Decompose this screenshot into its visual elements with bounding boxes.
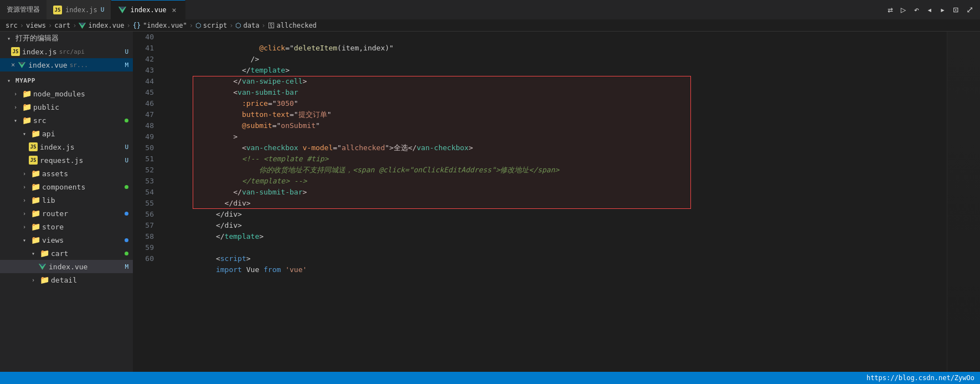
sep2: ›: [48, 22, 52, 29]
detail-label: detail: [51, 276, 77, 284]
assets-icon: 📁: [31, 169, 40, 178]
unpin-icon[interactable]: ▸: [938, 3, 948, 16]
api-index-js-label: index.js: [40, 143, 75, 151]
open-editors-chevron: [4, 34, 13, 43]
views-folder[interactable]: 📁 views: [0, 233, 133, 247]
pin-icon[interactable]: ◂: [925, 3, 935, 16]
close-button[interactable]: ×: [169, 6, 178, 14]
code-container[interactable]: 40 41 42 43 44 45 46 47 48 49 50 51 52 5…: [133, 32, 980, 372]
router-dot: [125, 212, 128, 216]
breadcrumb-allchecked[interactable]: allchecked: [277, 22, 317, 29]
root-folder[interactable]: MYAPP: [0, 74, 133, 87]
api-index-js[interactable]: JS index.js U: [0, 140, 133, 153]
router-chevron: [20, 209, 29, 218]
revert-icon[interactable]: ↶: [911, 3, 921, 16]
split-editor-icon[interactable]: ⇄: [885, 3, 895, 16]
cart-chevron: [29, 249, 38, 258]
src-label: src: [33, 116, 46, 125]
code-line-49: <van-checkbox v-model="allchecked">全选</v…: [164, 131, 947, 142]
sidebar-title-label: 资源管理器: [0, 5, 47, 14]
code-line-59: <script>: [164, 242, 947, 253]
more-icon[interactable]: ⊡: [951, 3, 961, 16]
breadcrumb-cart[interactable]: cart: [54, 22, 70, 29]
expand-icon[interactable]: ⤢: [964, 3, 976, 16]
store-folder[interactable]: 📁 store: [0, 220, 133, 233]
open-editors-header[interactable]: 打开的编辑器: [0, 32, 133, 45]
breadcrumb-braces: {}: [133, 22, 141, 29]
api-icon: 📁: [31, 129, 40, 138]
sep4: ›: [126, 22, 130, 29]
code-line-60: import Vue from 'vue': [164, 253, 947, 264]
cart-index-vue-badge: M: [125, 263, 128, 270]
cart-label: cart: [51, 249, 68, 258]
breadcrumb: src › views › cart › index.vue › {} "ind…: [0, 19, 980, 32]
open-file-badge: U: [125, 48, 128, 55]
code-line-43: </van-swipe-cell>: [164, 65, 947, 76]
store-icon: 📁: [31, 222, 40, 231]
open-file-name2: index.vue: [28, 61, 67, 69]
router-label: router: [42, 209, 68, 218]
router-folder[interactable]: 📁 router: [0, 207, 133, 220]
public-icon: 📁: [22, 103, 31, 111]
status-url: https://blog.csdn.net/ZywOo: [866, 374, 974, 382]
api-request-js-label: request.js: [40, 156, 83, 165]
main-layout: 打开的编辑器 JS index.js src/api U × index.vue…: [0, 32, 980, 372]
src-folder[interactable]: 📁 src: [0, 114, 133, 127]
close-file-icon[interactable]: ×: [11, 61, 15, 69]
cart-index-vue[interactable]: index.vue M: [0, 260, 133, 273]
open-file-path2: sr...: [70, 62, 88, 69]
public-label: public: [33, 103, 59, 111]
components-icon: 📁: [31, 182, 40, 191]
open-file-index-js[interactable]: JS index.js src/api U: [0, 45, 133, 58]
node-modules-label: node_modules: [33, 90, 85, 98]
title-bar-actions: ⇄ ▷ ↶ ◂ ▸ ⊡ ⤢: [881, 3, 980, 16]
api-request-js[interactable]: JS request.js U: [0, 153, 133, 167]
sep6: ›: [229, 22, 233, 29]
assets-folder[interactable]: 📁 assets: [0, 167, 133, 180]
code-line-50: <!-- <template #tip>: [164, 142, 947, 153]
code-line-54: </div>: [164, 187, 947, 198]
breadcrumb-vue-icon: [79, 22, 86, 29]
breadcrumb-data[interactable]: data: [243, 22, 259, 29]
code-line-52: </template> -->: [164, 165, 947, 176]
open-editors-label: 打开的编辑器: [16, 33, 59, 43]
run-icon[interactable]: ▷: [899, 3, 909, 16]
views-dot: [125, 238, 128, 242]
breadcrumb-views[interactable]: views: [26, 22, 46, 29]
open-file-index-vue[interactable]: × index.vue sr... M: [0, 58, 133, 71]
api-folder[interactable]: 📁 api: [0, 127, 133, 140]
cart-icon: 📁: [40, 249, 49, 258]
js-icon: JS: [53, 6, 62, 14]
cart-folder[interactable]: 📁 cart: [0, 247, 133, 260]
cart-index-vue-icon: [38, 262, 47, 271]
detail-folder[interactable]: 📁 detail: [0, 273, 133, 286]
code-line-45: :price="3050": [164, 87, 947, 98]
code-line-58: [164, 231, 947, 242]
lib-folder[interactable]: 📁 lib: [0, 193, 133, 207]
tab-index-vue[interactable]: index.vue ×: [111, 0, 185, 19]
api-index-js-icon: JS: [29, 142, 38, 151]
components-folder[interactable]: 📁 components: [0, 180, 133, 193]
breadcrumb-script[interactable]: script: [203, 22, 227, 29]
api-chevron: [20, 129, 29, 138]
breadcrumb-src[interactable]: src: [6, 22, 18, 29]
public-folder[interactable]: 📁 public: [0, 100, 133, 114]
tab-index-js[interactable]: JS index.js U: [47, 0, 111, 19]
code-line-53: </van-submit-bar>: [164, 176, 947, 187]
breadcrumb-file[interactable]: index.vue: [88, 22, 124, 29]
views-icon: 📁: [31, 235, 40, 244]
breadcrumb-str[interactable]: "index.vue": [143, 22, 187, 29]
tabs-container: JS index.js U index.vue ×: [47, 0, 881, 19]
router-icon: 📁: [31, 209, 40, 218]
root-label: MYAPP: [16, 77, 35, 84]
lib-icon: 📁: [31, 196, 40, 204]
src-icon: 📁: [22, 116, 31, 125]
components-dot: [125, 185, 128, 189]
breadcrumb-key-icon: ⚿: [268, 22, 275, 29]
editor-area: 40 41 42 43 44 45 46 47 48 49 50 51 52 5…: [133, 32, 980, 372]
sep1: ›: [20, 22, 24, 29]
node-modules-folder[interactable]: 📁 node_modules: [0, 87, 133, 100]
sep7: ›: [261, 22, 265, 29]
breadcrumb-data-icon: ⬡: [235, 22, 241, 29]
code-line-47: @submit="onSubmit": [164, 109, 947, 120]
